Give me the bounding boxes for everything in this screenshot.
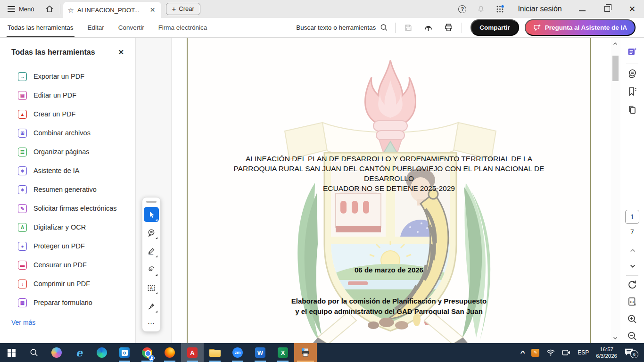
taskbar-excel-button[interactable]: X	[272, 343, 294, 362]
toolbar-drag-handle[interactable]	[146, 201, 157, 203]
tab-close-icon[interactable]: ✕	[149, 6, 157, 14]
tool-item-editar-pdf[interactable]: Editar un PDF	[0, 86, 135, 105]
tool-item-preparar-formulario[interactable]: Preparar formulario	[0, 293, 135, 312]
home-button[interactable]	[45, 4, 54, 14]
outlook-icon: o	[119, 347, 130, 358]
tray-app-icon[interactable]: ✎	[531, 349, 539, 357]
add-text-tool-button[interactable]: A	[144, 280, 159, 296]
tab-todas-las-herramientas[interactable]: Todas las herramientas	[8, 18, 74, 37]
taskbar-acrobat-button[interactable]: A	[181, 343, 204, 362]
tool-item-exportar-pdf[interactable]: Exportar un PDF	[0, 67, 135, 86]
next-page-button[interactable]	[630, 263, 635, 268]
tool-item-comprimir-pdf[interactable]: Comprimir un PDF	[0, 274, 135, 293]
app-switcher-grid-icon[interactable]	[495, 5, 504, 14]
sign-in-button[interactable]: Iniciar sesión	[518, 5, 561, 13]
search-placeholder: Buscar texto o herramientas	[296, 24, 376, 31]
share-button[interactable]: Compartir	[471, 19, 519, 36]
rotate-page-button[interactable]	[627, 279, 638, 290]
sign-pen-icon	[147, 302, 156, 311]
fit-page-button[interactable]: 1:1	[627, 296, 638, 307]
taskbar-outlook-button[interactable]: o	[113, 343, 136, 362]
titlebar-divider	[60, 4, 60, 14]
fill-sign-tool-button[interactable]	[144, 299, 159, 314]
tool-item-asistente-ia[interactable]: Asistente de IA	[0, 161, 135, 180]
protect-pdf-icon	[18, 242, 27, 251]
previous-page-button[interactable]	[630, 247, 635, 253]
search-input[interactable]: Buscar texto o herramientas	[296, 23, 388, 32]
star-icon[interactable]: ☆	[68, 7, 74, 14]
select-tool-button[interactable]	[144, 207, 159, 222]
chevron-up-icon	[630, 247, 636, 254]
language-indicator[interactable]: ESP	[578, 349, 589, 356]
tab-editar[interactable]: Editar	[88, 18, 104, 37]
tray-show-hidden-icons-button[interactable]: ^	[520, 349, 525, 356]
fit-one-to-one-icon: 1:1	[627, 296, 638, 307]
generative-summary-panel-button[interactable]	[627, 46, 638, 58]
taskbar-file-explorer-button[interactable]	[204, 343, 226, 362]
tool-item-solicitar-firmas[interactable]: Solicitar firmas electrónicas	[0, 199, 135, 218]
window-minimize-button[interactable]	[579, 10, 586, 11]
create-button[interactable]: + Crear	[166, 3, 200, 15]
tools-panel: Todas las herramientas ✕ Exportar un PDF…	[0, 38, 136, 343]
see-more-link[interactable]: Ver más	[11, 319, 135, 326]
page-thumbnails-panel-button[interactable]	[627, 104, 638, 115]
clock[interactable]: 16:57 6/3/2026	[596, 346, 617, 359]
taskbar-search-button[interactable]	[23, 343, 45, 362]
scroll-down-arrow[interactable]	[613, 336, 618, 340]
taskbar-printer-app-button[interactable]: i	[294, 343, 317, 362]
taskbar-internet-explorer-button[interactable]: e	[68, 343, 91, 362]
zoom-out-button[interactable]	[627, 330, 638, 342]
tab-title: ALINEACION_PDOT...	[77, 7, 146, 14]
tool-item-censurar-pdf[interactable]: Censurar un PDF	[0, 255, 135, 274]
generative-summary-icon	[18, 185, 27, 194]
scroll-up-arrow[interactable]	[613, 41, 618, 46]
taskbar-zoom-button[interactable]: zm	[226, 343, 249, 362]
tab-firma-electronica[interactable]: Firma electrónica	[158, 18, 207, 37]
print-button[interactable]	[442, 21, 455, 34]
tool-item-combinar-archivos[interactable]: Combinar archivos	[0, 123, 135, 142]
tray-date: 6/3/2026	[596, 353, 617, 359]
tool-item-organizar-paginas[interactable]: Organizar páginas	[0, 142, 135, 161]
document-tab[interactable]: ☆ ALINEACION_PDOT... ✕	[63, 2, 161, 18]
zoom-in-button[interactable]	[627, 313, 638, 325]
taskbar-copilot-button[interactable]	[45, 343, 68, 362]
document-viewer[interactable]: 7	[172, 38, 611, 343]
taskbar-chrome-button[interactable]	[136, 343, 158, 362]
taskbar-word-button[interactable]: W	[249, 343, 272, 362]
current-page-input[interactable]: 1	[625, 210, 639, 224]
more-tools-button[interactable]: …	[148, 317, 156, 329]
window-restore-button[interactable]	[604, 6, 610, 12]
quick-tools-rail: A …	[136, 38, 172, 343]
comment-tool-button[interactable]	[144, 225, 159, 240]
tool-item-crear-pdf[interactable]: Crear un PDF	[0, 105, 135, 123]
tools-panel-close-icon[interactable]: ✕	[116, 47, 126, 58]
tool-item-resumen-generativo[interactable]: Resumen generativo	[0, 180, 135, 199]
menu-button[interactable]: Menú	[8, 6, 34, 13]
scrollbar-thumb[interactable]	[612, 56, 619, 81]
start-button[interactable]	[0, 343, 23, 362]
wifi-icon[interactable]	[546, 349, 555, 356]
edit-pdf-icon	[18, 91, 27, 100]
bookmarks-panel-button[interactable]	[627, 86, 638, 97]
meet-now-icon[interactable]	[562, 349, 570, 356]
tool-label: Preparar formulario	[33, 299, 92, 306]
taskbar-edge-button[interactable]	[91, 343, 113, 362]
save-button[interactable]	[402, 22, 414, 34]
comments-panel-button[interactable]	[627, 68, 638, 79]
highlight-tool-button[interactable]	[144, 244, 159, 259]
tool-item-digitalizar-ocr[interactable]: Digitalizar y OCR	[0, 218, 135, 237]
help-button[interactable]: ?	[458, 5, 466, 13]
menu-label: Menú	[19, 6, 34, 13]
tab-convertir[interactable]: Convertir	[118, 18, 144, 37]
window-close-button[interactable]: ✕	[629, 5, 636, 13]
draw-tool-button[interactable]	[144, 262, 159, 277]
tool-item-proteger-pdf[interactable]: Proteger un PDF	[0, 237, 135, 255]
notifications-bell-icon[interactable]	[477, 5, 485, 13]
taskbar-firefox-button[interactable]	[158, 343, 181, 362]
ai-assistant-button[interactable]: Pregunta al Asistente de IA	[525, 19, 636, 36]
create-pdf-icon	[18, 110, 27, 119]
upload-cloud-button[interactable]	[422, 21, 435, 34]
vertical-scrollbar[interactable]	[611, 38, 620, 343]
action-center-button[interactable]: 6	[624, 347, 638, 358]
ai-chat-icon	[533, 24, 541, 32]
